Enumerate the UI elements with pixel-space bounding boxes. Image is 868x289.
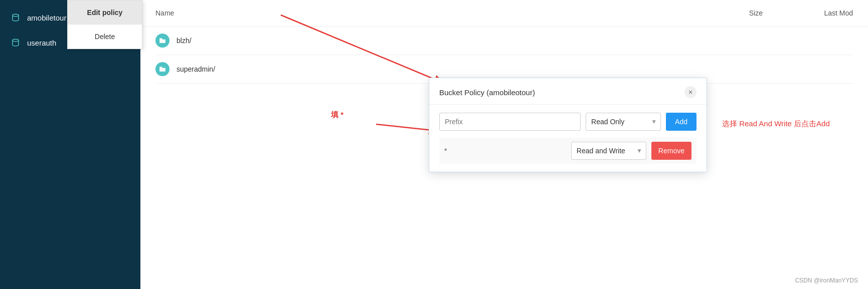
- bucket-icon: [10, 12, 21, 23]
- sidebar-item-label-userauth: userauth: [27, 39, 56, 47]
- existing-policy-select[interactable]: Read Only Write Only Read and Write: [571, 142, 646, 160]
- svg-point-1: [13, 39, 19, 42]
- file-name-blzh: blzh/: [177, 37, 192, 45]
- sidebar-item-label-amobileotour: amobiletour: [27, 14, 66, 22]
- svg-point-0: [13, 14, 19, 17]
- modal-header: Bucket Policy (amobileotour) ×: [429, 78, 707, 105]
- prefix-input[interactable]: [439, 113, 581, 131]
- main-content: Name Size Last Mod blzh/ superadmin/ 填 *…: [140, 0, 868, 289]
- bucket-policy-modal: Bucket Policy (amobileotour) × Read Only…: [429, 78, 707, 172]
- folder-icon: [155, 34, 169, 48]
- file-list: blzh/ superadmin/: [140, 27, 868, 84]
- modal-body: Read Only Write Only Read and Write ▼ Ad…: [429, 105, 707, 172]
- column-size: Size: [703, 9, 763, 17]
- bucket-icon-2: [10, 37, 21, 48]
- fill-annotation: 填 *: [331, 110, 343, 120]
- footer-text: CSDN @ironManYYDS: [795, 277, 858, 284]
- folder-icon-2: [155, 62, 169, 76]
- column-last-modified: Last Mod: [793, 9, 853, 17]
- context-menu-edit-policy[interactable]: Edit policy: [68, 1, 142, 25]
- table-row[interactable]: blzh/: [155, 27, 853, 55]
- existing-prefix: *: [444, 147, 566, 155]
- policy-select-wrapper: Read Only Write Only Read and Write ▼: [586, 113, 661, 131]
- modal-close-button[interactable]: ×: [684, 86, 697, 98]
- remove-button[interactable]: Remove: [651, 142, 691, 160]
- instruction-annotation: 选择 Read And Write 后点击Add: [722, 119, 830, 129]
- context-menu-delete[interactable]: Delete: [68, 25, 142, 49]
- table-header: Name Size Last Mod: [140, 0, 868, 27]
- context-menu: Edit policy Delete: [67, 0, 142, 49]
- add-button[interactable]: Add: [666, 113, 697, 131]
- existing-policy-row: * Read Only Write Only Read and Write ▼ …: [439, 138, 697, 164]
- existing-policy-select-wrapper: Read Only Write Only Read and Write ▼: [571, 142, 646, 160]
- column-name: Name: [155, 9, 703, 17]
- add-policy-row: Read Only Write Only Read and Write ▼ Ad…: [439, 113, 697, 131]
- file-name-superadmin: superadmin/: [177, 65, 215, 73]
- policy-select[interactable]: Read Only Write Only Read and Write: [586, 113, 661, 131]
- modal-title: Bucket Policy (amobileotour): [439, 88, 535, 97]
